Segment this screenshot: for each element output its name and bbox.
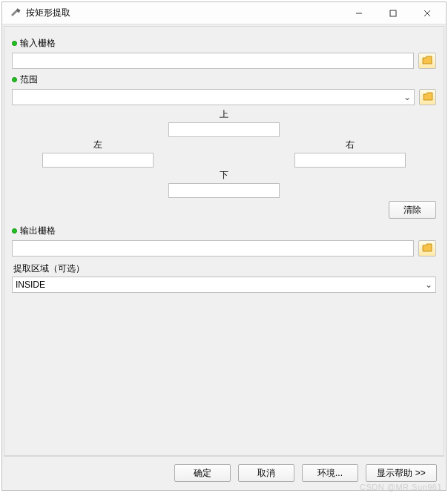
extent-bottom-label: 下 (220, 169, 228, 182)
folder-icon (422, 56, 432, 67)
clear-extent-button[interactable]: 清除 (389, 201, 436, 219)
required-dot-icon (12, 77, 17, 82)
window-controls (342, 2, 444, 24)
show-help-button[interactable]: 显示帮助 >> (366, 464, 437, 482)
output-raster-row (12, 240, 436, 257)
window-title: 按矩形提取 (26, 7, 342, 19)
output-raster-label: 输出栅格 (12, 225, 436, 237)
extent-grid: 上 左 右 下 (12, 108, 436, 219)
cancel-button[interactable]: 取消 (238, 464, 294, 482)
extent-right-field[interactable] (294, 153, 406, 168)
extent-label: 范围 (12, 73, 436, 86)
extent-bottom-cell: 下 (161, 169, 287, 198)
dialog-window: 按矩形提取 输入栅格 范围 (1, 1, 447, 491)
browse-output-raster-button[interactable] (418, 240, 436, 257)
extent-right-cell: 右 (287, 139, 413, 168)
ok-button[interactable]: 确定 (174, 464, 231, 482)
browse-input-raster-button[interactable] (418, 53, 436, 69)
input-raster-label: 输入栅格 (12, 37, 436, 50)
folder-icon (423, 92, 433, 103)
close-button[interactable] (410, 2, 444, 24)
extent-left-cell: 左 (35, 139, 161, 168)
chevron-down-icon: ⌄ (401, 92, 414, 102)
watermark-text: CSDN @MR.Sun961 (360, 483, 442, 492)
folder-icon (422, 243, 432, 254)
content-wrap: 输入栅格 范围 ⌄ (2, 24, 446, 490)
browse-extent-button[interactable] (419, 89, 436, 105)
extract-area-combo[interactable]: INSIDE ⌄ (12, 277, 436, 293)
label-text: 输出栅格 (20, 225, 56, 237)
label-text: 输入栅格 (20, 37, 56, 50)
content-area: 输入栅格 范围 ⌄ (4, 26, 444, 456)
extent-combo[interactable]: ⌄ (12, 89, 415, 105)
required-dot-icon (12, 228, 17, 234)
svg-rect-2 (390, 10, 396, 16)
extent-top-field[interactable] (168, 122, 280, 137)
maximize-button[interactable] (376, 2, 410, 24)
label-text: 范围 (20, 73, 38, 86)
chevron-down-icon: ⌄ (422, 279, 435, 290)
extent-right-label: 右 (346, 139, 355, 151)
environments-button[interactable]: 环境... (302, 464, 358, 482)
minimize-button[interactable] (342, 2, 376, 24)
input-raster-field[interactable] (12, 53, 414, 69)
extent-left-field[interactable] (42, 153, 154, 168)
extent-bottom-field[interactable] (168, 183, 280, 198)
extract-area-value: INSIDE (13, 279, 422, 290)
extent-left-label: 左 (93, 139, 102, 151)
input-raster-row (12, 53, 436, 69)
extract-area-label: 提取区域（可选） (13, 262, 436, 275)
hammer-icon (10, 7, 22, 19)
extent-top-cell: 上 (161, 108, 287, 137)
required-dot-icon (12, 41, 17, 46)
output-raster-field[interactable] (12, 240, 414, 257)
extent-combo-row: ⌄ (12, 89, 436, 105)
titlebar: 按矩形提取 (2, 2, 446, 24)
extent-top-label: 上 (220, 108, 228, 121)
